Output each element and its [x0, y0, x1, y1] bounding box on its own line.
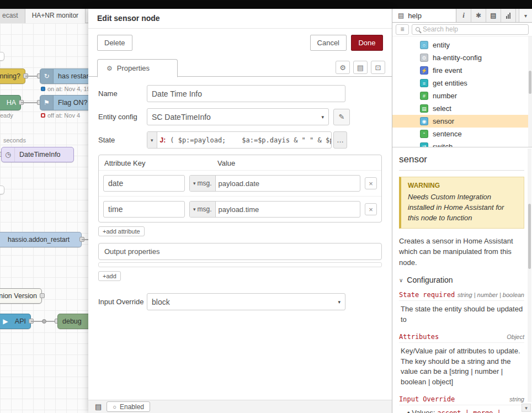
attribute-value-typed-input[interactable]: ▾ msg. payload.date [189, 175, 360, 192]
state-expression[interactable]: ( $p:=payload; $a:=$p.dayis & " " & $p.d… [167, 132, 331, 148]
list-item-label: ha-entity-config [433, 54, 482, 62]
dialog-footer: ▤ ○ Enabled [88, 400, 392, 413]
search-help-input[interactable] [423, 25, 525, 33]
flow-tab-forecast[interactable]: ecast [0, 9, 25, 23]
list-item-entity[interactable]: ○ entity [392, 39, 532, 51]
node-label: has restart... [54, 72, 88, 80]
sidebar-tabs-expand-button[interactable]: ▾ [519, 9, 532, 22]
type-select-button[interactable]: ▾ msg. [190, 176, 216, 191]
tab-properties[interactable]: ⚙ Properties [97, 59, 178, 77]
circle-icon: ○ [113, 404, 116, 410]
edit-entity-config-button[interactable]: ✎ [333, 109, 350, 125]
list-item-sentence[interactable]: “ sentence [392, 128, 532, 140]
flow-tab-label: ecast [2, 12, 18, 19]
done-button[interactable]: Done [351, 35, 383, 51]
attribute-key-input[interactable] [103, 201, 185, 218]
attribute-value[interactable]: payload.time [216, 202, 360, 217]
scroll-down-button[interactable]: ▾ [522, 404, 531, 412]
add-attribute-button[interactable]: +add attribute [98, 226, 145, 236]
attribute-value-header: Value [217, 159, 235, 167]
type-select-button[interactable]: ▾ [147, 132, 157, 148]
fire-event-node-icon: ⚡ [420, 66, 428, 75]
help-sidebar: ▤ help i ✱ ▤ ▾ ≡ ○ entity ⚙ ha-entity-co… [392, 9, 532, 413]
doc-scrollbar[interactable] [528, 149, 531, 402]
help-node-list: ○ entity ⚙ ha-entity-config ⚡ fire event… [392, 36, 532, 147]
scrollbar-thumb[interactable] [528, 204, 531, 269]
book-icon: ▤ [398, 12, 404, 19]
state-typed-input[interactable]: ▾ J: ( $p:=payload; $a:=$p.dayis & " " &… [147, 131, 332, 149]
list-item-number[interactable]: # number [392, 89, 532, 102]
input-override-row: Input Override block ▾ [98, 293, 382, 310]
node-label: Flag ON? [54, 99, 88, 107]
node-has-restart[interactable]: ↻ has restart... [40, 68, 88, 84]
flow-canvas[interactable]: unning? ↻ has restart... on at: Nov 4, 1… [0, 23, 88, 413]
list-icon: ≡ [400, 25, 404, 33]
remove-attribute-button[interactable]: × [365, 203, 377, 215]
name-input[interactable] [147, 85, 345, 102]
chevron-down-icon: ▾ [525, 405, 528, 411]
node-settings-button[interactable]: ⚙ [336, 61, 350, 74]
status-text: eady [0, 112, 13, 119]
attribute-value-typed-input[interactable]: ▾ msg. payload.time [189, 201, 360, 218]
tab-context[interactable] [501, 9, 516, 22]
doc-title: sensor [399, 152, 524, 171]
appearance-button[interactable]: ⊡ [371, 61, 385, 74]
tab-info[interactable]: i [456, 9, 471, 22]
edit-sensor-dialog: Edit sensor node Delete Cancel Done ⚙ Pr… [88, 9, 392, 413]
remove-attribute-button[interactable]: × [365, 177, 377, 189]
list-item-switch[interactable]: ⇄ switch [392, 140, 532, 147]
clock-icon: ◷ [2, 147, 15, 162]
book-icon: ▤ [490, 12, 496, 19]
clipped-node[interactable] [0, 52, 4, 61]
wire-junction[interactable] [42, 319, 46, 324]
output-properties-box: Output properties [98, 243, 382, 260]
list-item-select[interactable]: ▤ select [392, 102, 532, 115]
attribute-key-input[interactable] [103, 175, 185, 192]
delete-button[interactable]: Delete [97, 35, 132, 51]
tab-help[interactable]: ▤ help [392, 9, 456, 22]
enabled-toggle-button[interactable]: ○ Enabled [107, 401, 150, 412]
flow-tab-bar: ecast HA+NR monitor [0, 9, 88, 23]
input-override-select[interactable]: block ▾ [147, 293, 345, 310]
description-button[interactable]: ▤ [353, 61, 368, 74]
list-item-get-entities[interactable]: ≡ get entities [392, 77, 532, 89]
pencil-icon: ✎ [339, 113, 345, 121]
entity-config-select[interactable]: SC DateTimeInfo ▾ [147, 108, 329, 125]
state-row: State ▾ J: ( $p:=payload; $a:=$p.dayis &… [98, 131, 382, 149]
cancel-button[interactable]: Cancel [310, 35, 347, 51]
scrollbar-thumb[interactable] [529, 71, 531, 94]
list-item-fire-event[interactable]: ⚡ fire event [392, 64, 532, 77]
list-scrollbar[interactable] [528, 36, 532, 147]
toc-list-button[interactable]: ≡ [396, 24, 409, 35]
appearance-icon: ⊡ [375, 63, 381, 72]
attributes-editor: Attribute Key Value ▾ msg. payload.date … [98, 155, 382, 223]
node-flag-on[interactable]: ⚑ Flag ON? [40, 95, 88, 110]
node-hassio-addon-restart[interactable]: hassio.addon_restart [0, 232, 82, 247]
tab-config[interactable]: ✱ [471, 9, 486, 22]
list-item-ha-entity-config[interactable]: ⚙ ha-entity-config [392, 51, 532, 64]
clipped-node[interactable] [0, 186, 4, 194]
attribute-value[interactable]: payload.date [216, 176, 360, 191]
tab-docs[interactable]: ▤ [486, 9, 501, 22]
node-running[interactable]: unning? [0, 68, 25, 84]
expand-expression-button[interactable]: … [333, 131, 347, 149]
docs-book-button[interactable]: ▤ [95, 403, 102, 411]
node-datetimeinfo[interactable]: ◷ DateTimeInfo [1, 147, 74, 162]
node-ha[interactable]: HA [0, 95, 21, 110]
list-item-sensor[interactable]: ◉ sensor [392, 115, 532, 128]
tab-help-label: help [408, 12, 422, 20]
node-port[interactable] [40, 293, 45, 298]
prop-type: Object [507, 333, 524, 340]
section-label: Configuration [407, 276, 453, 284]
type-select-button[interactable]: ▾ msg. [190, 202, 216, 217]
add-output-property-button[interactable]: +add [98, 271, 121, 281]
node-api[interactable]: ▶ API [0, 314, 31, 329]
node-debug[interactable]: debug [57, 314, 88, 329]
node-version[interactable]: nion Version [0, 288, 42, 304]
configuration-section-header[interactable]: ∨ Configuration [399, 276, 524, 284]
info-icon: i [462, 11, 465, 20]
sentence-node-icon: “ [420, 130, 428, 138]
status-off-icon [41, 113, 45, 118]
flow-tab-ha-nr-monitor[interactable]: HA+NR monitor [25, 9, 86, 23]
gear-icon: ⚙ [339, 63, 346, 72]
